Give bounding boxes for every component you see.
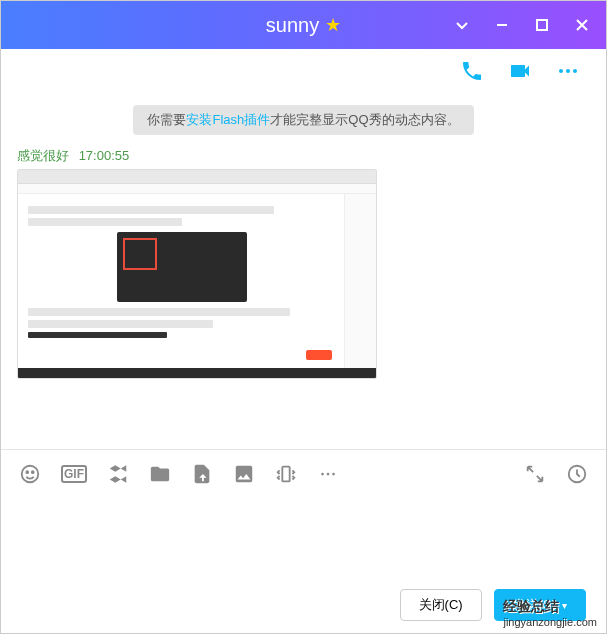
minimize-button[interactable]	[490, 13, 514, 37]
svg-point-8	[321, 472, 324, 475]
svg-rect-7	[282, 466, 289, 481]
message-image[interactable]	[17, 169, 377, 379]
maximize-button[interactable]	[530, 13, 554, 37]
watermark: 经验总结 jingyanzongjie.com	[503, 598, 597, 628]
svg-point-1	[559, 69, 563, 73]
svg-rect-0	[537, 20, 547, 30]
close-chat-button[interactable]: 关闭(C)	[400, 589, 482, 621]
flash-notice: 你需要安装Flash插件才能完整显示QQ秀的动态内容。	[133, 105, 473, 135]
more-icon[interactable]	[554, 57, 582, 85]
voice-call-icon[interactable]	[458, 57, 486, 85]
title-text: sunny	[266, 14, 319, 37]
sender-name: 感觉很好	[17, 148, 69, 163]
message-header: 感觉很好 17:00:55	[17, 147, 590, 165]
notice-prefix: 你需要	[147, 112, 186, 127]
watermark-title: 经验总结	[503, 598, 559, 614]
svg-point-10	[332, 472, 335, 475]
star-icon: ★	[325, 14, 341, 36]
shake-icon[interactable]	[275, 463, 297, 485]
titlebar: sunny ★	[1, 1, 606, 49]
svg-point-3	[573, 69, 577, 73]
history-icon[interactable]	[566, 463, 588, 485]
file-icon[interactable]	[149, 463, 171, 485]
chat-area: 感觉很好 17:00:55	[1, 143, 606, 449]
emoji-icon[interactable]	[19, 463, 41, 485]
fullscreen-icon[interactable]	[524, 463, 546, 485]
send-file-icon[interactable]	[191, 463, 213, 485]
more-tools-icon[interactable]	[317, 463, 339, 485]
video-call-icon[interactable]	[506, 57, 534, 85]
window-title: sunny ★	[266, 14, 341, 37]
svg-point-5	[26, 471, 28, 473]
gif-icon[interactable]: GIF	[61, 465, 87, 483]
svg-point-6	[32, 471, 34, 473]
image-icon[interactable]	[233, 463, 255, 485]
input-toolbar: GIF	[1, 449, 606, 497]
dropdown-button[interactable]	[450, 13, 474, 37]
action-toolbar	[1, 49, 606, 93]
install-flash-link[interactable]: 安装Flash插件	[186, 112, 270, 127]
watermark-domain: jingyanzongjie.com	[503, 616, 597, 628]
message-input[interactable]	[1, 497, 606, 577]
svg-point-2	[566, 69, 570, 73]
close-button[interactable]	[570, 13, 594, 37]
notice-suffix: 才能完整显示QQ秀的动态内容。	[270, 112, 459, 127]
screenshot-icon[interactable]	[107, 463, 129, 485]
message-timestamp: 17:00:55	[79, 148, 130, 163]
svg-point-4	[22, 465, 39, 482]
screenshot-content	[18, 170, 376, 378]
svg-point-9	[327, 472, 330, 475]
